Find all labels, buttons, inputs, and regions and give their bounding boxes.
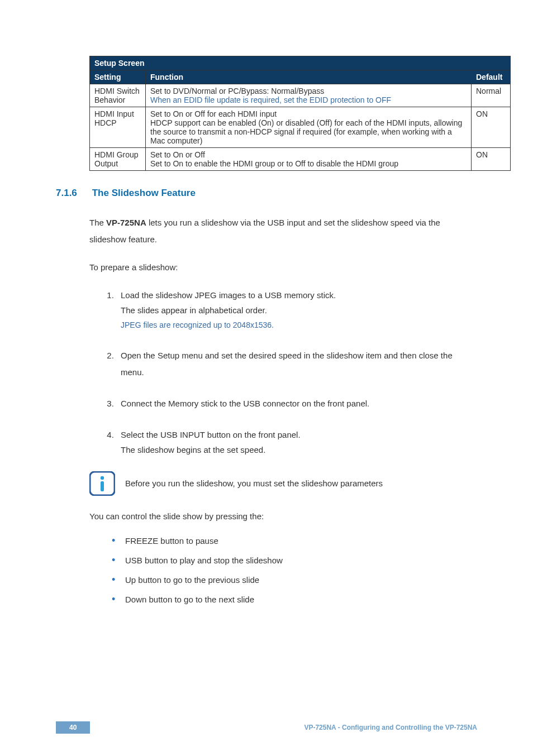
th-setting: Setting <box>90 70 146 84</box>
step-text: Select the USB INPUT button on the front… <box>121 430 301 439</box>
section-heading: 7.1.6 The Slideshow Feature <box>56 188 477 199</box>
paragraph-control: You can control the slide show by pressi… <box>89 508 477 525</box>
cell-func-text2: HDCP support can be enabled (On) or disa… <box>150 118 462 145</box>
page-number: 40 <box>56 721 90 734</box>
cell-function: Set to DVD/Normal or PC/Bypass: Normal/B… <box>146 84 472 107</box>
list-item: Select the USB INPUT button on the front… <box>116 427 477 457</box>
section-number: 7.1.6 <box>56 188 89 199</box>
footer-title: VP-725NA - Configuring and Controlling t… <box>304 724 477 731</box>
cell-func-text: Set to On or Off for each HDMI input <box>150 109 277 118</box>
list-item: Load the slideshow JPEG images to a USB … <box>116 287 477 333</box>
cell-func-text: Set to DVD/Normal or PC/Bypass: Normal/B… <box>150 87 324 95</box>
list-item: USB button to play and stop the slidesho… <box>112 556 477 565</box>
table-row: HDMI Input HDCP Set to On or Off for eac… <box>90 107 511 148</box>
list-item: Down button to go to the next slide <box>112 595 477 604</box>
section-title: The Slideshow Feature <box>92 188 196 198</box>
info-text: Before you run the slideshow, you must s… <box>125 477 383 490</box>
cell-function: Set to On or Off for each HDMI input HDC… <box>146 107 472 148</box>
ordered-steps: Load the slideshow JPEG images to a USB … <box>116 287 477 457</box>
list-item: FREEZE button to pause <box>112 536 477 546</box>
list-item: Connect the Memory stick to the USB conn… <box>116 395 477 412</box>
table-row: HDMI Switch Behavior Set to DVD/Normal o… <box>90 84 511 107</box>
setup-screen-table: Setup Screen Setting Function Default HD… <box>89 56 511 171</box>
product-name: VP-725NA <box>106 218 146 227</box>
cell-setting: HDMI Switch Behavior <box>90 84 146 107</box>
page-footer: 40 VP-725NA - Configuring and Controllin… <box>56 721 477 734</box>
th-function: Function <box>146 70 472 84</box>
step-text: Load the slideshow JPEG images to a USB … <box>121 290 336 300</box>
step-note: JPEG files are recognized up to 2048x153… <box>121 317 477 333</box>
step-text: Open the Setup menu and set the desired … <box>121 351 453 377</box>
info-callout: Before you run the slideshow, you must s… <box>89 471 477 496</box>
paragraph-prepare: To prepare a slideshow: <box>89 259 477 276</box>
cell-func-text2: Set to On to enable the HDMI group or to… <box>150 159 398 168</box>
step-text: Connect the Memory stick to the USB conn… <box>121 399 369 408</box>
table-title: Setup Screen <box>90 56 511 70</box>
step-subtext: The slideshow begins at the set speed. <box>121 443 477 457</box>
para-text: The <box>89 218 106 227</box>
paragraph-intro: The VP-725NA lets you run a slideshow vi… <box>89 214 477 248</box>
list-item: Open the Setup menu and set the desired … <box>116 347 477 381</box>
step-subtext: The slides appear in alphabetical order. <box>121 304 477 317</box>
cell-default: ON <box>472 148 511 171</box>
cell-func-text: Set to On or Off <box>150 150 205 159</box>
svg-rect-2 <box>101 481 104 491</box>
cell-func-note: When an EDID file update is required, se… <box>150 95 391 104</box>
cell-default: Normal <box>472 84 511 107</box>
cell-function: Set to On or Off Set to On to enable the… <box>146 148 472 171</box>
table-row: HDMI Group Output Set to On or Off Set t… <box>90 148 511 171</box>
info-icon <box>89 471 115 496</box>
cell-default: ON <box>472 107 511 148</box>
bullet-list: FREEZE button to pause USB button to pla… <box>112 536 477 604</box>
list-item: Up button to go to the previous slide <box>112 575 477 585</box>
cell-setting: HDMI Group Output <box>90 148 146 171</box>
cell-setting: HDMI Input HDCP <box>90 107 146 148</box>
th-default: Default <box>472 70 511 84</box>
svg-point-1 <box>101 476 104 480</box>
